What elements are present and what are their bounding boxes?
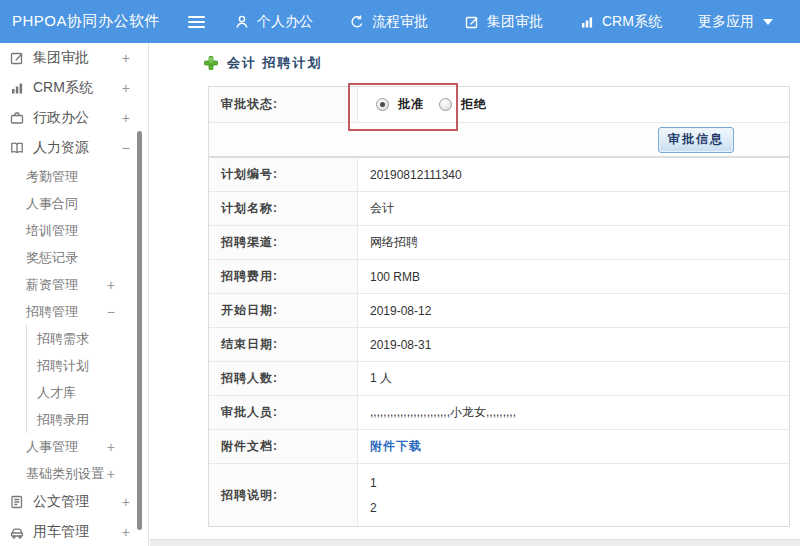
- radio-reject[interactable]: [439, 98, 452, 111]
- nav-more-apps[interactable]: 更多应用: [698, 13, 773, 31]
- page-bottom-strip: [150, 539, 800, 546]
- table-row: 计划编号: 20190812111340: [209, 158, 789, 192]
- expand-icon[interactable]: +: [122, 50, 130, 66]
- plan-detail-table: 计划编号: 20190812111340 计划名称: 会计 招聘渠道: 网络招聘…: [208, 157, 790, 527]
- sidebar-item-label: 基础类别设置: [26, 465, 104, 483]
- sidebar-item-base-category[interactable]: 基础类别设置 +: [0, 460, 148, 487]
- nav-label: CRM系统: [602, 13, 662, 31]
- sidebar-item-recruit-mgmt[interactable]: 招聘管理 −: [0, 298, 148, 325]
- table-row: 招聘说明: 1 2: [209, 464, 789, 526]
- person-icon: [234, 14, 250, 30]
- expand-icon[interactable]: +: [122, 524, 130, 540]
- collapse-icon[interactable]: −: [107, 304, 115, 320]
- field-label: 招聘人数:: [209, 362, 358, 395]
- chart-icon: [9, 80, 25, 96]
- table-row: 招聘渠道: 网络招聘: [209, 226, 789, 260]
- book-icon: [9, 140, 25, 156]
- sidebar-item-label: CRM系统: [33, 79, 93, 97]
- radio-approve[interactable]: [376, 98, 389, 111]
- expand-icon[interactable]: +: [122, 110, 130, 126]
- field-label: 附件文档:: [209, 430, 358, 463]
- sidebar-item-talent-pool[interactable]: 人才库: [27, 379, 148, 406]
- sidebar-item-admin-office[interactable]: 行政办公 +: [0, 103, 148, 133]
- nav-label: 更多应用: [698, 13, 754, 31]
- field-label: 开始日期:: [209, 294, 358, 327]
- expand-icon[interactable]: +: [122, 80, 130, 96]
- sidebar-item-hr[interactable]: 人力资源 −: [0, 133, 148, 163]
- hamburger-menu-icon[interactable]: [188, 16, 208, 28]
- sidebar-item-rewards[interactable]: 奖惩记录: [0, 244, 148, 271]
- field-label: 审批人员:: [209, 396, 358, 429]
- sidebar-item-label: 公文管理: [33, 493, 89, 511]
- sidebar-item-label: 集团审批: [33, 49, 89, 67]
- expand-icon[interactable]: +: [107, 466, 115, 482]
- page-title: 会计 招聘计划: [227, 54, 323, 72]
- sidebar-scrollbar[interactable]: [137, 131, 142, 530]
- approval-info-button[interactable]: 审批信息: [658, 127, 734, 153]
- sidebar-item-official-doc[interactable]: 公文管理 +: [0, 487, 148, 517]
- field-value: 附件下载: [358, 430, 789, 463]
- sidebar-item-group-approval[interactable]: 集团审批 +: [0, 43, 148, 73]
- sidebar-item-training[interactable]: 培训管理: [0, 217, 148, 244]
- sidebar-item-crm[interactable]: CRM系统 +: [0, 73, 148, 103]
- sidebar-item-recruit-hire[interactable]: 招聘录用: [27, 406, 148, 433]
- field-label: 计划编号:: [209, 158, 358, 191]
- nav-process-approval[interactable]: 流程审批: [349, 13, 428, 31]
- sidebar-item-vehicle[interactable]: 用车管理 +: [0, 517, 148, 546]
- field-label: 结束日期:: [209, 328, 358, 361]
- sidebar-item-recruit-demand[interactable]: 招聘需求: [27, 325, 148, 352]
- sidebar-item-label: 招聘计划: [37, 357, 89, 375]
- sidebar-item-label: 招聘需求: [37, 330, 89, 348]
- sidebar-item-label: 考勤管理: [26, 168, 78, 186]
- attachment-download-link[interactable]: 附件下载: [370, 438, 422, 455]
- field-value: 100 RMB: [358, 260, 789, 293]
- nav-label: 集团审批: [487, 13, 543, 31]
- table-row: 招聘人数: 1 人: [209, 362, 789, 396]
- sidebar-item-label: 招聘录用: [37, 411, 89, 429]
- collapse-icon[interactable]: −: [122, 140, 130, 156]
- sidebar-item-label: 人力资源: [33, 139, 89, 157]
- sidebar-item-recruit-plan[interactable]: 招聘计划: [27, 352, 148, 379]
- expand-icon[interactable]: +: [107, 277, 115, 293]
- table-row: 审批人员: ,,,,,,,,,,,,,,,,,,,,,,,,小龙女,,,,,,,…: [209, 396, 789, 430]
- expand-icon[interactable]: +: [107, 439, 115, 455]
- edit-icon: [464, 14, 480, 30]
- field-label: 招聘说明:: [209, 464, 358, 526]
- sidebar-item-personnel-mgmt[interactable]: 人事管理 +: [0, 433, 148, 460]
- expand-icon[interactable]: +: [122, 494, 130, 510]
- field-value: 1 人: [358, 362, 789, 395]
- field-value: 2019-08-31: [358, 328, 789, 361]
- field-value: 会计: [358, 192, 789, 225]
- sidebar-item-label: 培训管理: [26, 222, 78, 240]
- approval-status-label: 审批状态:: [209, 87, 358, 122]
- add-plus-icon[interactable]: [204, 56, 218, 70]
- sidebar-item-label: 行政办公: [33, 109, 89, 127]
- sidebar-item-hr-contract[interactable]: 人事合同: [0, 190, 148, 217]
- top-bar: PHPOA协同办公软件 个人办公 流程审批 集团审批: [0, 0, 800, 43]
- car-icon: [9, 524, 25, 540]
- nav-label: 个人办公: [257, 13, 313, 31]
- sidebar-item-label: 人事合同: [26, 195, 78, 213]
- field-value: 1 2: [358, 464, 789, 526]
- table-row: 招聘费用: 100 RMB: [209, 260, 789, 294]
- approval-status-row: 审批状态: 批准 拒绝: [209, 87, 789, 123]
- nav-crm-system[interactable]: CRM系统: [579, 13, 662, 31]
- sidebar-item-label: 人才库: [37, 384, 76, 402]
- process-icon: [349, 14, 365, 30]
- sidebar: 集团审批 + CRM系统 + 行政办公 + 人力资源 − 考勤管理: [0, 43, 149, 546]
- table-row: 附件文档: 附件下载: [209, 430, 789, 464]
- briefcase-icon: [9, 110, 25, 126]
- sidebar-item-label: 用车管理: [33, 523, 89, 541]
- table-row: 开始日期: 2019-08-12: [209, 294, 789, 328]
- nav-label: 流程审批: [372, 13, 428, 31]
- sidebar-item-label: 人事管理: [26, 438, 78, 456]
- field-value: 20190812111340: [358, 158, 789, 191]
- nav-personal-office[interactable]: 个人办公: [234, 13, 313, 31]
- radio-approve-label: 批准: [398, 96, 424, 113]
- sidebar-item-salary[interactable]: 薪资管理 +: [0, 271, 148, 298]
- sidebar-item-label: 招聘管理: [26, 303, 78, 321]
- app-logo: PHPOA协同办公软件: [0, 12, 188, 31]
- sidebar-item-attendance[interactable]: 考勤管理: [0, 163, 148, 190]
- chart-icon: [579, 14, 595, 30]
- nav-group-approval[interactable]: 集团审批: [464, 13, 543, 31]
